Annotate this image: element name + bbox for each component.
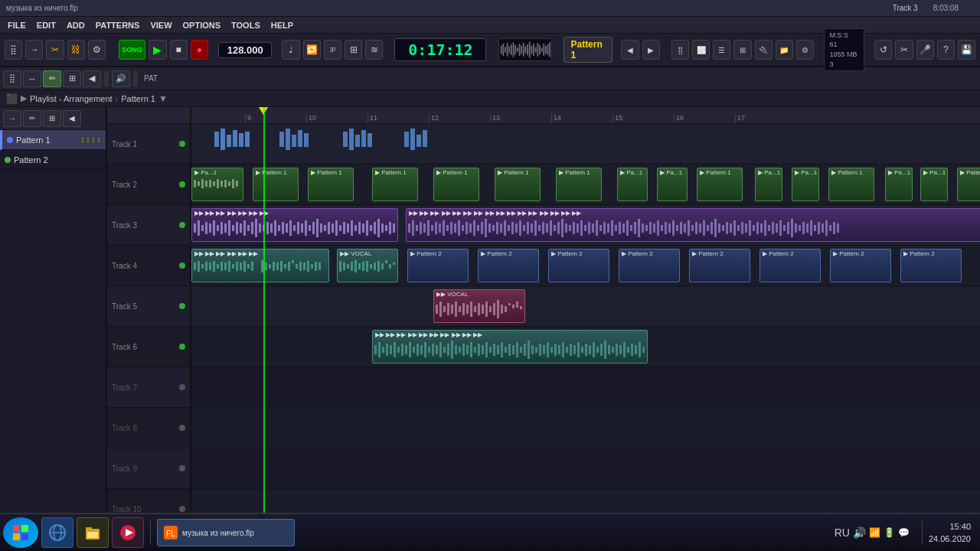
toolbar-btn-grid[interactable]: ⊞ <box>63 70 81 87</box>
pattern-block-t4-vocal[interactable]: ▶▶ VOCAL <box>337 249 398 282</box>
breadcrumb-playlist[interactable]: Playlist - Arrangement <box>30 94 113 103</box>
track-row-4[interactable]: ▶▶ ▶▶ ▶▶ ▶▶ ▶▶ ▶▶ ▶▶ VOCAL ▶ Pattern 2 <box>191 246 980 286</box>
track-led-5[interactable] <box>179 303 185 309</box>
track-row-8[interactable] <box>191 408 980 448</box>
time-sig-button[interactable]: 3² <box>324 40 341 60</box>
taskbar-flstudio-active[interactable]: FL музыка из ничего.flp <box>157 519 295 546</box>
pattern-block-t4-p2-2[interactable]: ▶ Pattern 2 <box>478 249 539 282</box>
metronome-button[interactable]: ♩ <box>282 40 299 60</box>
playlist-button[interactable]: ☰ <box>713 40 730 60</box>
grid-button[interactable]: ⊞ <box>345 40 362 60</box>
track-led-9[interactable] <box>179 465 185 471</box>
tool-btn-5[interactable]: ⚙ <box>88 40 106 60</box>
taskbar-explorer[interactable] <box>77 517 109 548</box>
pattern-block-t2-4[interactable]: ▶ Pattern 1 <box>372 168 418 201</box>
mic-button[interactable]: 🎤 <box>916 40 934 60</box>
track-led-8[interactable] <box>179 425 185 431</box>
track-row-10[interactable] <box>191 489 980 513</box>
track-row-1[interactable] <box>191 124 980 165</box>
pattern-nav-prev[interactable]: ◀ <box>621 40 639 60</box>
tray-language[interactable]: RU <box>835 527 850 539</box>
taskbar-winamp[interactable] <box>112 517 144 548</box>
toolbar-btn-speaker[interactable]: 🔊 <box>112 70 130 87</box>
sidebar-tool-1[interactable]: → <box>3 110 21 127</box>
pattern-block-t6-1[interactable]: ▶▶ ▶▶ ▶▶ ▶▶ ▶▶ ▶▶ ▶▶ ▶▶ ▶▶ ▶▶ <box>372 330 648 364</box>
tool-btn-3[interactable]: ✂ <box>46 40 64 60</box>
menu-patterns[interactable]: PATTERNS <box>91 19 145 31</box>
track-led-7[interactable] <box>179 384 185 390</box>
help-button[interactable]: ? <box>937 40 955 60</box>
track-row-3[interactable]: ▶▶ ▶▶ ▶▶ ▶▶ ▶▶ ▶▶ ▶▶ ▶▶ ▶▶ ▶▶ ▶▶ ▶▶ ▶▶ ▶… <box>191 205 980 246</box>
breadcrumb-pattern[interactable]: Pattern 1 <box>121 94 155 103</box>
taskbar-ie[interactable] <box>41 517 74 548</box>
pattern-block-t4-p2-1[interactable]: ▶ Pattern 2 <box>407 249 469 282</box>
start-button[interactable] <box>3 517 38 548</box>
pattern-block-t2-2[interactable]: ▶ Pattern 1 <box>253 168 299 201</box>
pattern-block-t4-p2-6[interactable]: ▶ Pattern 2 <box>760 249 821 282</box>
redo-button[interactable]: ✂ <box>895 40 913 60</box>
menu-edit[interactable]: EDIT <box>32 19 60 31</box>
track-led-3[interactable] <box>179 222 185 228</box>
pattern-block-t4-p2-3[interactable]: ▶ Pattern 2 <box>548 249 609 282</box>
pattern-block-t4-p2-5[interactable]: ▶ Pattern 2 <box>689 249 750 282</box>
pattern-block-t2-5[interactable]: ▶ Pattern 1 <box>433 168 479 201</box>
track-led-6[interactable] <box>179 344 185 350</box>
pattern-block-t3-1[interactable]: ▶▶ ▶▶ ▶▶ ▶▶ ▶▶ ▶▶ ▶▶ <box>191 208 398 242</box>
pattern-nav-next[interactable]: ▶ <box>642 40 660 60</box>
pattern-block-t2-3[interactable]: ▶ Pattern 1 <box>308 168 354 201</box>
stepseq-button[interactable]: ⊞ <box>733 40 751 60</box>
pattern-block-t2-16[interactable]: ▶ Pattern 1 <box>957 168 980 201</box>
pattern-block-t4-p2-8[interactable]: ▶ Pattern 2 <box>900 249 962 282</box>
pattern-block-t2-14[interactable]: ▶ Pa...1 <box>885 168 913 201</box>
bpm-display[interactable]: 128.000 <box>218 42 272 58</box>
pattern-block-t2-1[interactable]: ▶ Pa...1 <box>191 168 243 201</box>
tray-battery[interactable]: 🔋 <box>884 527 895 538</box>
pattern-block-t2-8[interactable]: ▶ Pa...1 <box>617 168 648 201</box>
pattern-block-t4-p2-7[interactable]: ▶ Pattern 2 <box>830 249 891 282</box>
sidebar-tool-4[interactable]: ◀ <box>63 110 81 127</box>
pattern-block-t2-9[interactable]: ▶ Pa...1 <box>657 168 688 201</box>
pattern-item-2[interactable]: Pattern 2 <box>0 150 106 170</box>
track-row-6[interactable]: ▶▶ ▶▶ ▶▶ ▶▶ ▶▶ ▶▶ ▶▶ ▶▶ ▶▶ ▶▶ <box>191 327 980 367</box>
pattern-block-t4-p2-4[interactable]: ▶ Pattern 2 <box>619 249 680 282</box>
pattern-block-t2-10[interactable]: ▶ Pattern 1 <box>697 168 743 201</box>
piano-roll-button[interactable]: ⬜ <box>692 40 710 60</box>
tray-notification[interactable]: 💬 <box>898 527 910 538</box>
track-led-1[interactable] <box>179 141 185 147</box>
save-button[interactable]: 💾 <box>958 40 975 60</box>
pattern-block-t2-12[interactable]: ▶ Pa...1 <box>792 168 819 201</box>
pattern-block-t4-1[interactable]: ▶▶ ▶▶ ▶▶ ▶▶ ▶▶ ▶▶ <box>191 249 329 282</box>
toolbar-btn-draw[interactable]: ✏ <box>43 70 61 87</box>
track-row-7[interactable] <box>191 367 980 408</box>
track-led-2[interactable] <box>179 181 185 187</box>
toolbar-btn-5[interactable]: ◀ <box>83 70 101 87</box>
pattern-block-t2-15[interactable]: ▶ Pa...1 <box>920 168 948 201</box>
track-row-9[interactable] <box>191 448 980 489</box>
menu-file[interactable]: FILE <box>3 19 31 31</box>
menu-help[interactable]: HELP <box>266 19 298 31</box>
menu-tools[interactable]: TOOLS <box>227 19 265 31</box>
loop-button[interactable]: 🔁 <box>303 40 321 60</box>
play-button[interactable]: ▶ <box>149 40 166 60</box>
taskbar-clock[interactable]: 15:40 24.06.2020 <box>929 520 977 546</box>
tray-volume[interactable]: 🔊 <box>853 527 866 539</box>
sidebar-tool-3[interactable]: ⊞ <box>43 110 61 127</box>
snap-button[interactable]: ≋ <box>365 40 383 60</box>
tool-btn-1[interactable]: ⣿ <box>5 40 22 60</box>
stop-button[interactable]: ■ <box>170 40 188 60</box>
record-button[interactable]: ● <box>191 40 208 60</box>
song-mode-button[interactable]: SONG <box>119 40 146 60</box>
plugin-manager[interactable]: ⚙ <box>796 40 814 60</box>
track-led-10[interactable] <box>179 506 185 512</box>
sidebar-tool-2[interactable]: ✏ <box>23 110 41 127</box>
pattern-item-1[interactable]: Pattern 1 <box>0 130 106 150</box>
sample-browser[interactable]: 📁 <box>776 40 793 60</box>
track-row-2[interactable]: ▶ Pa...1 ▶ Pattern 1 ▶ Pattern 1 ▶ Patte… <box>191 165 980 205</box>
toolbar-btn-1[interactable]: ⣿ <box>3 70 21 87</box>
pattern-block-t2-6[interactable]: ▶ Pattern 1 <box>495 168 541 201</box>
track-row-5[interactable]: ▶▶ VOCAL <box>191 286 980 327</box>
pattern-block-t2-13[interactable]: ▶ Pattern 1 <box>828 168 874 201</box>
tool-btn-2[interactable]: → <box>25 40 43 60</box>
pattern-selector[interactable]: Pattern 1 <box>564 37 612 63</box>
menu-add[interactable]: ADD <box>62 19 90 31</box>
